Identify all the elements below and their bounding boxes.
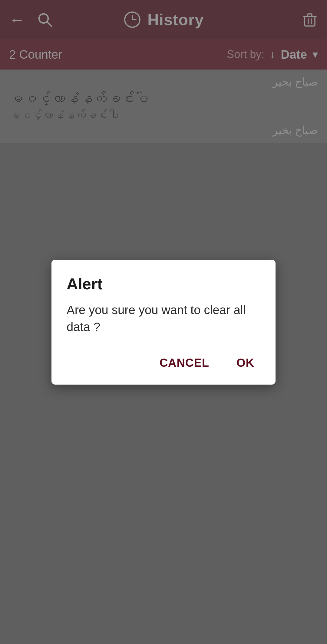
- dialog-overlay: Alert Are you sure you want to clear all…: [0, 0, 327, 644]
- cancel-button[interactable]: CANCEL: [154, 353, 215, 372]
- dialog-message: Are you sure you want to clear all data …: [67, 301, 260, 335]
- dialog-buttons: CANCEL OK: [67, 353, 260, 376]
- dialog-title: Alert: [67, 275, 260, 293]
- ok-button[interactable]: OK: [230, 353, 260, 372]
- alert-dialog: Alert Are you sure you want to clear all…: [51, 260, 276, 385]
